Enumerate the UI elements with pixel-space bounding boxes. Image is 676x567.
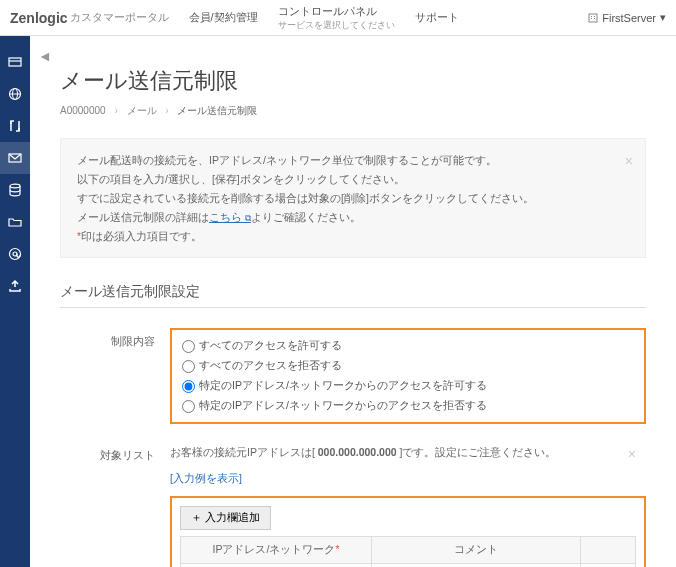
info-box: × メール配送時の接続元を、IPアドレス/ネットワーク単位で制限することが可能で… [60, 138, 646, 258]
nav-control-panel[interactable]: コントロールパネル サービスを選択してください [278, 4, 395, 32]
sidebar-globe-icon[interactable] [0, 78, 30, 110]
label-target-list: 対象リスト [60, 442, 170, 567]
sidebar-upload-icon[interactable] [0, 270, 30, 302]
show-example-link[interactable]: [入力例を表示] [170, 472, 242, 486]
sidebar-transfer-icon[interactable] [0, 110, 30, 142]
col-ip-header: IPアドレス/ネットワーク* [181, 537, 372, 564]
target-ip-note: お客様の接続元IPアドレスは[ 000.000.000.000 ]です。設定にご… [170, 442, 646, 464]
section-title: メール送信元制限設定 [60, 283, 646, 308]
sidebar [0, 36, 30, 567]
breadcrumb-account[interactable]: A0000000 [60, 105, 106, 116]
sidebar-folder-icon[interactable] [0, 206, 30, 238]
user-menu[interactable]: FirstServer ▾ [588, 11, 666, 24]
add-row-button[interactable]: ＋ 入力欄追加 [180, 506, 271, 530]
chevron-down-icon: ▾ [660, 11, 666, 24]
svg-rect-1 [591, 16, 592, 17]
radio-allow-all[interactable]: すべてのアクセスを許可する [182, 336, 634, 356]
svg-point-14 [10, 249, 21, 260]
radio-deny-specific[interactable]: 特定のIPアドレス/ネットワークからのアクセスを拒否する [182, 396, 634, 416]
page-title: メール送信元制限 [60, 66, 646, 96]
back-arrow[interactable]: ◄ [38, 48, 52, 64]
restriction-radio-group: すべてのアクセスを許可する すべてのアクセスを拒否する 特定のIPアドレス/ネッ… [170, 328, 646, 424]
breadcrumb-current: メール送信元制限 [177, 105, 257, 116]
logo: Zenlogic [10, 10, 68, 26]
breadcrumb-mail[interactable]: メール [127, 105, 157, 116]
svg-rect-3 [591, 18, 592, 19]
sidebar-mail-icon[interactable] [0, 142, 30, 174]
svg-point-13 [10, 184, 20, 188]
sidebar-database-icon[interactable] [0, 174, 30, 206]
svg-rect-0 [589, 14, 597, 22]
close-icon[interactable]: × [625, 149, 633, 174]
nav-support[interactable]: サポート [415, 10, 459, 25]
nav-membership[interactable]: 会員/契約管理 [189, 10, 258, 25]
logo-subtitle: カスタマーポータル [70, 10, 169, 25]
svg-rect-2 [594, 16, 595, 17]
radio-deny-all[interactable]: すべてのアクセスを拒否する [182, 356, 634, 376]
svg-rect-5 [9, 58, 21, 66]
col-comment-header: コメント [372, 537, 581, 564]
sidebar-card-icon[interactable] [0, 46, 30, 78]
detail-link[interactable]: こちら ⧉ [209, 211, 251, 223]
breadcrumb: A0000000 › メール › メール送信元制限 [60, 104, 646, 118]
label-restriction: 制限内容 [60, 328, 170, 424]
sidebar-at-icon[interactable] [0, 238, 30, 270]
building-icon [588, 13, 598, 23]
close-icon[interactable]: × [628, 446, 636, 462]
radio-allow-specific[interactable]: 特定のIPアドレス/ネットワークからのアクセスを許可する [182, 376, 634, 396]
ip-table-area: ＋ 入力欄追加 IPアドレス/ネットワーク* コメント [170, 496, 646, 567]
svg-rect-4 [594, 18, 595, 19]
